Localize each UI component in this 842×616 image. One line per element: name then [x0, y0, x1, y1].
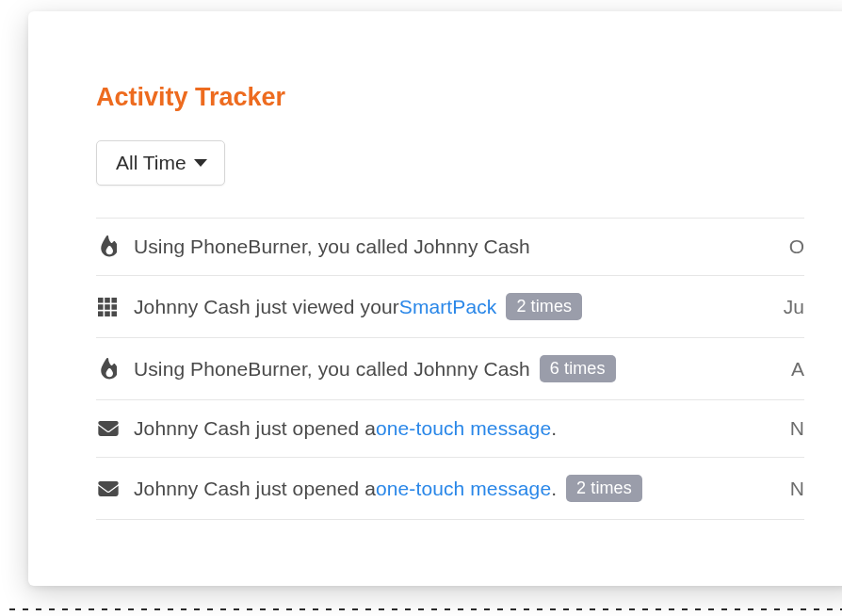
- count-badge: 2 times: [566, 475, 642, 502]
- activity-row: Johnny Cash just opened a one-touch mess…: [96, 458, 804, 520]
- grid-icon: [98, 298, 124, 316]
- one-touch-link[interactable]: one-touch message: [376, 417, 551, 440]
- count-badge: 6 times: [540, 355, 616, 382]
- envelope-icon: [98, 421, 124, 436]
- activity-date: O: [770, 235, 804, 258]
- activity-row: Johnny Cash just opened a one-touch mess…: [96, 400, 804, 458]
- activity-text: Using PhoneBurner, you called Johnny Cas…: [134, 355, 616, 382]
- svg-rect-4: [105, 304, 110, 310]
- activity-tracker-card: Activity Tracker All Time Using PhoneBur…: [28, 11, 842, 586]
- activity-date: Ju: [765, 296, 804, 318]
- count-badge: 2 times: [506, 293, 582, 320]
- activity-date: N: [771, 478, 804, 500]
- activity-text: Johnny Cash just viewed your SmartPack 2…: [134, 293, 582, 320]
- svg-rect-2: [111, 298, 117, 303]
- activity-text: Johnny Cash just opened a one-touch mess…: [134, 417, 557, 440]
- activity-post: .: [551, 417, 557, 440]
- activity-pre: Using PhoneBurner, you called Johnny Cas…: [134, 235, 530, 258]
- fire-icon: [98, 358, 124, 381]
- activity-text: Johnny Cash just opened a one-touch mess…: [134, 475, 642, 502]
- activity-list: Using PhoneBurner, you called Johnny Cas…: [96, 218, 804, 520]
- time-filter-label: All Time: [116, 152, 186, 174]
- activity-pre: Johnny Cash just opened a: [134, 417, 376, 440]
- svg-rect-8: [111, 311, 117, 316]
- time-filter-dropdown[interactable]: All Time: [96, 140, 225, 186]
- activity-pre: Johnny Cash just viewed your: [134, 296, 399, 318]
- activity-row: Johnny Cash just viewed your SmartPack 2…: [96, 276, 804, 338]
- activity-row: Using PhoneBurner, you called Johnny Cas…: [96, 219, 804, 276]
- svg-rect-7: [105, 311, 110, 316]
- selection-border-bottom: [9, 608, 842, 610]
- svg-rect-5: [111, 304, 117, 310]
- svg-rect-1: [105, 298, 110, 303]
- envelope-icon: [98, 481, 124, 496]
- activity-date: A: [772, 358, 804, 381]
- page-title: Activity Tracker: [96, 83, 804, 112]
- activity-post: .: [551, 478, 557, 500]
- activity-text: Using PhoneBurner, you called Johnny Cas…: [134, 235, 530, 258]
- activity-date: N: [771, 417, 804, 440]
- activity-pre: Using PhoneBurner, you called Johnny Cas…: [134, 358, 530, 381]
- smartpack-link[interactable]: SmartPack: [399, 296, 497, 318]
- chevron-down-icon: [194, 159, 207, 167]
- svg-rect-6: [98, 311, 104, 316]
- svg-rect-3: [98, 304, 104, 310]
- fire-icon: [98, 235, 124, 258]
- activity-row: Using PhoneBurner, you called Johnny Cas…: [96, 338, 804, 400]
- one-touch-link[interactable]: one-touch message: [376, 478, 551, 500]
- activity-pre: Johnny Cash just opened a: [134, 478, 376, 500]
- svg-rect-0: [98, 298, 104, 303]
